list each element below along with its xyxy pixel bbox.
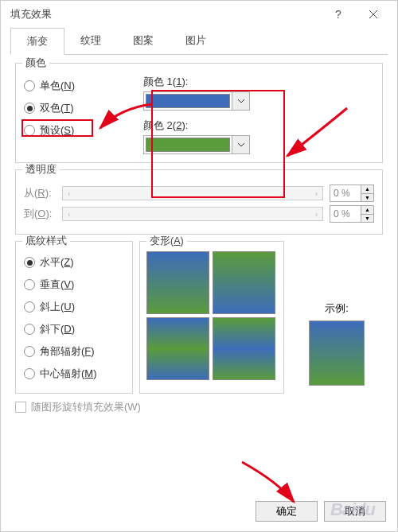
title-bar: 填充效果 ?: [1, 1, 397, 28]
color2-dropdown[interactable]: [232, 136, 249, 153]
chevron-down-icon: [238, 99, 244, 103]
spin-up-icon[interactable]: ▲: [361, 206, 373, 215]
tab-texture[interactable]: 纹理: [64, 28, 117, 54]
radio-icon: [24, 368, 35, 379]
color1-dropdown[interactable]: [232, 92, 249, 110]
dialog-title: 填充效果: [10, 7, 52, 21]
variant-group: 变形(A): [139, 241, 284, 394]
radio-two-color[interactable]: 双色(T): [24, 97, 143, 119]
color1-picker[interactable]: [143, 91, 250, 111]
radio-icon: [24, 324, 35, 335]
color2-label: 颜色 2(2):: [143, 118, 374, 133]
ok-button[interactable]: 确定: [256, 501, 318, 522]
color1-swatch: [146, 94, 230, 108]
radio-icon: [24, 80, 35, 91]
shading-style-group: 底纹样式 水平(Z)垂直(V)斜上(U)斜下(D)角部辐射(F)中心辐射(M): [15, 241, 133, 394]
sample-preview: [309, 320, 365, 386]
rotate-with-shape-checkbox[interactable]: 随图形旋转填充效果(W): [15, 400, 383, 414]
radio-single-color[interactable]: 单色(N): [24, 75, 143, 97]
shading-group-title: 底纹样式: [22, 235, 70, 248]
radio-shading-0[interactable]: 水平(Z): [24, 251, 124, 274]
radio-icon: [24, 103, 35, 114]
to-label: 到(O):: [24, 207, 62, 221]
variant-group-title: 变形(A): [146, 235, 187, 248]
color2-picker[interactable]: [143, 135, 250, 154]
color2-swatch: [146, 138, 230, 152]
chevron-down-icon: [238, 143, 244, 147]
spin-down-icon[interactable]: ▼: [361, 194, 373, 202]
radio-shading-2[interactable]: 斜上(U): [24, 296, 124, 318]
slider-left-icon: ‹: [68, 210, 70, 219]
to-value-input[interactable]: 0 %▲▼: [330, 205, 374, 223]
from-label: 从(R):: [24, 186, 62, 200]
color1-label: 颜色 1(1):: [143, 75, 374, 89]
tab-picture[interactable]: 图片: [170, 28, 222, 54]
radio-icon: [24, 346, 35, 357]
tab-bar: 渐变 纹理 图案 图片: [10, 28, 388, 55]
radio-icon: [24, 257, 35, 268]
variant-4[interactable]: [213, 317, 275, 380]
checkbox-icon: [15, 402, 26, 413]
close-icon: [369, 10, 378, 19]
from-slider[interactable]: ‹›: [62, 186, 323, 200]
radio-shading-3[interactable]: 斜下(D): [24, 318, 124, 340]
slider-right-icon: ›: [315, 210, 318, 219]
radio-shading-5[interactable]: 中心辐射(M): [24, 363, 124, 385]
radio-shading-1[interactable]: 垂直(V): [24, 274, 124, 296]
slider-left-icon: ‹: [68, 189, 70, 198]
spin-down-icon[interactable]: ▼: [361, 215, 373, 223]
tab-pattern[interactable]: 图案: [117, 28, 170, 54]
sample-label: 示例:: [325, 301, 349, 316]
spin-up-icon[interactable]: ▲: [361, 185, 373, 194]
fill-effects-dialog: 填充效果 ? 渐变 纹理 图案 图片 颜色 单色(N): [0, 0, 398, 532]
slider-right-icon: ›: [315, 189, 318, 198]
radio-icon: [24, 279, 35, 290]
variant-1[interactable]: [146, 251, 209, 314]
variant-3[interactable]: [146, 317, 209, 380]
help-button[interactable]: ?: [321, 2, 356, 26]
radio-icon: [24, 301, 35, 313]
radio-preset[interactable]: 预设(S): [24, 119, 143, 142]
tab-gradient[interactable]: 渐变: [10, 28, 64, 55]
transparency-group: 透明度 从(R): ‹› 0 %▲▼ 到(O): ‹› 0 %▲▼: [15, 169, 383, 235]
color-group-title: 颜色: [22, 56, 49, 70]
from-value-input[interactable]: 0 %▲▼: [330, 184, 374, 202]
radio-icon: [24, 125, 35, 136]
color-group: 颜色 单色(N) 双色(T) 预设(S): [15, 63, 383, 163]
to-slider[interactable]: ‹›: [62, 207, 323, 221]
cancel-button[interactable]: 取消: [324, 501, 386, 522]
sample-column: 示例:: [291, 241, 383, 394]
close-button[interactable]: [356, 2, 391, 26]
transparency-group-title: 透明度: [22, 163, 60, 177]
variant-2[interactable]: [213, 251, 275, 314]
radio-shading-4[interactable]: 角部辐射(F): [24, 340, 124, 363]
